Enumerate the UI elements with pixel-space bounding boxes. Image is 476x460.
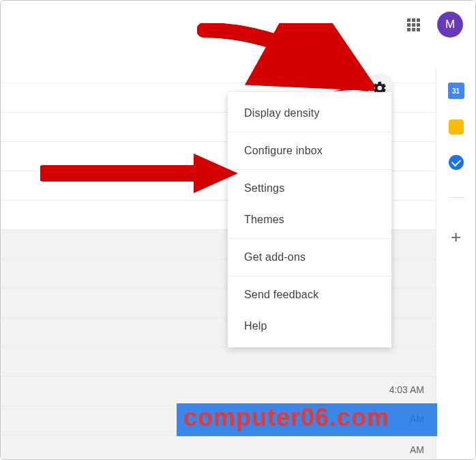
watermark: computer06.com (183, 403, 389, 432)
side-panel: 31 + (436, 69, 475, 459)
annotation-arrow-icon (40, 149, 238, 197)
divider (228, 276, 391, 276)
avatar[interactable]: M (437, 12, 463, 38)
divider (228, 238, 391, 239)
menu-help[interactable]: Help (228, 311, 391, 342)
divider (228, 132, 391, 132)
mail-time: AM (410, 444, 424, 455)
keep-icon[interactable] (449, 119, 464, 134)
menu-get-addons[interactable]: Get add-ons (228, 242, 391, 273)
menu-display-density[interactable]: Display density (228, 98, 391, 129)
menu-configure-inbox[interactable]: Configure inbox (228, 135, 391, 167)
divider (448, 197, 464, 198)
tasks-icon[interactable] (449, 155, 464, 170)
calendar-icon[interactable]: 31 (448, 83, 464, 99)
google-apps-icon[interactable] (407, 18, 420, 31)
menu-send-feedback[interactable]: Send feedback (228, 279, 391, 311)
mail-time: 4:03 AM (389, 384, 424, 395)
svg-marker-4 (194, 154, 238, 193)
divider (228, 169, 391, 170)
menu-settings[interactable]: Settings (228, 173, 391, 204)
annotation-arrow-icon (197, 23, 374, 91)
add-addon-icon[interactable]: + (448, 229, 464, 245)
menu-themes[interactable]: Themes (228, 204, 391, 235)
mail-row[interactable] (1, 377, 437, 406)
mail-row[interactable] (1, 347, 437, 377)
mail-row[interactable] (1, 435, 437, 460)
settings-dropdown: Display density Configure inbox Settings… (228, 92, 391, 347)
